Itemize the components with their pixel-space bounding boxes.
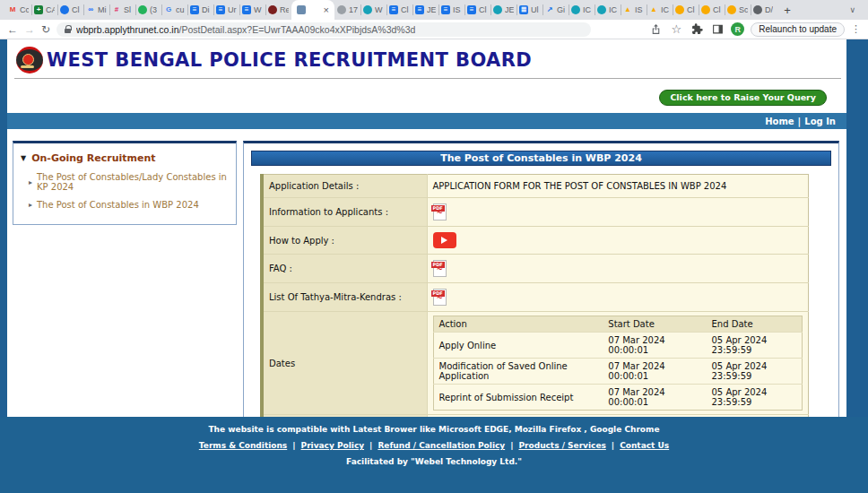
browser-tab[interactable]: MCc (5, 0, 31, 20)
browser-tab[interactable]: ≡IS (438, 0, 464, 20)
profile-avatar[interactable]: R (731, 22, 744, 36)
browser-tab[interactable]: ≡W (239, 0, 265, 20)
nav-home-link[interactable]: Home (765, 117, 794, 126)
pdf-icon[interactable] (433, 289, 447, 306)
table-row: Application Details :APPLICATION FORM FO… (262, 175, 809, 198)
dates-cell: 07 Mar 2024 00:00:01 (603, 359, 706, 385)
tab-title: 17 (349, 5, 358, 14)
tab-title: IS (635, 5, 643, 14)
tab-title: D/ (765, 5, 773, 14)
footer-link[interactable]: Terms & Conditions (199, 441, 287, 450)
browser-tab[interactable]: Cl (699, 0, 725, 20)
reload-button[interactable]: ↻ (41, 24, 50, 35)
dates-cell: 05 Apr 2024 23:59:59 (707, 359, 803, 385)
browser-tab[interactable]: ∞Mi (83, 0, 109, 20)
sidebar-item-label: The Post of Constables/Lady Constables i… (37, 172, 229, 192)
browser-tab[interactable]: W (360, 0, 386, 20)
orange-account-icon (701, 5, 710, 14)
browser-tab[interactable]: IC (595, 0, 621, 20)
browser-tab[interactable]: Cl (673, 0, 699, 20)
footer-link[interactable]: Contact Us (620, 441, 669, 450)
browser-tab[interactable]: #Sl (109, 0, 135, 20)
raise-query-button[interactable]: Click here to Raise Your Query (659, 90, 827, 106)
dates-row: Apply Online07 Mar 2024 00:00:0105 Apr 2… (433, 333, 803, 359)
browser-tab[interactable]: ▲IC (647, 0, 673, 20)
active-tab[interactable]: × (291, 0, 334, 20)
tab-search-chevron-icon[interactable]: ∨ (849, 0, 855, 20)
bookmark-star-icon[interactable]: ☆ (669, 22, 683, 36)
browser-tab[interactable]: ≡JE (412, 0, 438, 20)
browser-menu-icon[interactable]: ⋮ (851, 23, 861, 35)
dates-cell: Apply Online (433, 333, 603, 359)
relaunch-to-update-button[interactable]: Relaunch to update (751, 22, 845, 37)
row-label: Information to Applicants : (262, 198, 427, 227)
sidebar-section-title[interactable]: ▼ On-Going Recruitment (21, 152, 229, 164)
url-path: /PostDetail.aspx?E=UwrTAAA09cko4xXPibjds… (178, 24, 415, 35)
tab-title: Cl (479, 5, 487, 14)
back-button[interactable]: ← (7, 24, 18, 35)
dates-cell: 05 Apr 2024 23:59:59 (707, 333, 803, 359)
recruitment-sidebar: ▼ On-Going Recruitment ▸The Post of Cons… (13, 141, 237, 225)
browser-tab[interactable]: Gcu (161, 0, 187, 20)
sidebar-item-recruitment-link[interactable]: ▸The Post of Constables/Lady Constables … (29, 172, 229, 192)
orange-account-icon (675, 5, 684, 14)
forward-button[interactable]: → (24, 24, 35, 35)
globe-icon (337, 5, 346, 14)
docs-icon: ≡ (190, 5, 199, 14)
pdf-icon[interactable] (433, 203, 447, 221)
table-row: FAQ : (262, 255, 809, 283)
sheets-plus-icon: + (34, 5, 43, 14)
blue-dot-icon (60, 5, 69, 14)
row-value (427, 198, 809, 227)
footer-link[interactable]: Products / Services (518, 441, 605, 450)
browser-tab[interactable]: ≡Cl (386, 0, 412, 20)
collapse-triangle-icon: ▼ (21, 154, 26, 162)
row-label: List Of Tathya-Mitra-Kendras : (262, 283, 427, 312)
browser-tab[interactable]: (3 (135, 0, 161, 20)
tab-title: Re (280, 5, 289, 14)
sidebar-item-recruitment-link[interactable]: ▸The Post of Constables in WBP 2024 (29, 200, 229, 210)
share-icon[interactable] (648, 23, 663, 35)
browser-tab[interactable]: 17 (334, 0, 360, 20)
browser-tab[interactable]: ≡Ur (213, 0, 239, 20)
dates-cell: Modification of Saved Online Application (433, 359, 603, 385)
youtube-play-icon[interactable] (433, 232, 456, 248)
browser-tab[interactable]: ↗Gi (542, 0, 569, 20)
tab-title: JE (505, 5, 514, 14)
browser-tab[interactable]: IC (569, 0, 595, 20)
nav-login-link[interactable]: Log In (804, 117, 836, 126)
browser-tab[interactable]: ▲IS (621, 0, 647, 20)
footer-link[interactable]: Refund / Cancellation Policy (378, 441, 505, 450)
tab-title: W (375, 5, 383, 14)
dates-column-header: End Date (707, 316, 803, 333)
browser-tab[interactable]: +CA (31, 0, 57, 20)
browser-tab[interactable]: ≡Cl (464, 0, 490, 20)
browser-tab[interactable]: JE (490, 0, 516, 20)
browser-tab[interactable]: Re (265, 0, 291, 20)
browser-tab[interactable]: Cl (57, 0, 83, 20)
side-panel-icon[interactable] (710, 23, 725, 35)
browser-tab[interactable]: ≡Di (187, 0, 213, 20)
google-icon: G (164, 5, 173, 14)
browser-tab[interactable]: Sc (725, 0, 751, 20)
tab-title: IC (661, 5, 669, 14)
warning-icon: ▲ (623, 5, 632, 14)
browser-tab[interactable]: D/ (751, 0, 777, 20)
address-bar[interactable]: wbprb.applythrunet.co.in/PostDetail.aspx… (56, 22, 591, 37)
footer-link[interactable]: Privacy Policy (301, 441, 365, 450)
row-label: Dates (262, 312, 427, 415)
teal-site-icon (493, 5, 502, 14)
tab-close-icon[interactable]: × (324, 5, 329, 15)
tab-title: CA (46, 5, 55, 14)
tab-title: Cc (20, 5, 29, 14)
pdf-icon[interactable] (433, 260, 447, 277)
tab-title: IC (609, 5, 617, 14)
extensions-puzzle-icon[interactable] (690, 23, 704, 35)
site-masthead: WEST BENGAL POLICE RECRUITMENT BOARD (7, 39, 846, 78)
teal-site-icon (571, 5, 580, 14)
browser-tab[interactable]: ≣Ul (516, 0, 542, 20)
item-triangle-icon: ▸ (29, 178, 32, 186)
page-background: WEST BENGAL POLICE RECRUITMENT BOARD Cli… (0, 39, 868, 493)
lock-icon[interactable] (65, 29, 71, 33)
new-tab-button[interactable]: + (777, 0, 798, 20)
